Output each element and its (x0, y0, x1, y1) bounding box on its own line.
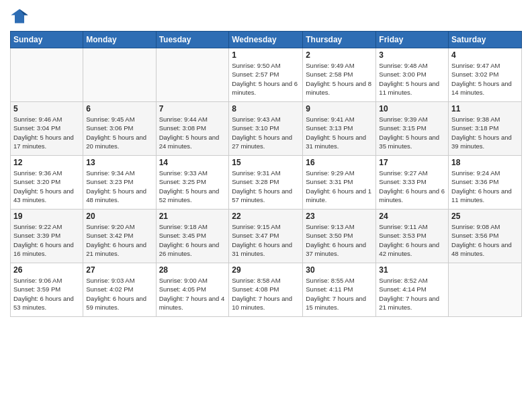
day-number: 29 (232, 265, 300, 275)
day-number: 17 (379, 158, 445, 167)
calendar-day (83, 48, 156, 102)
day-number: 21 (159, 212, 226, 221)
day-number: 8 (232, 104, 300, 113)
day-info: Sunrise: 9:15 AM Sunset: 3:47 PM Dayligh… (232, 222, 300, 258)
calendar-day (449, 263, 522, 317)
calendar-day: 10Sunrise: 9:39 AM Sunset: 3:15 PM Dayli… (376, 102, 449, 156)
day-number: 15 (232, 158, 300, 167)
day-info: Sunrise: 9:33 AM Sunset: 3:25 PM Dayligh… (159, 169, 226, 204)
calendar-day: 12Sunrise: 9:36 AM Sunset: 3:20 PM Dayli… (11, 156, 83, 210)
day-number: 5 (13, 104, 80, 113)
day-info: Sunrise: 9:49 AM Sunset: 2:58 PM Dayligh… (306, 61, 373, 97)
day-number: 16 (306, 158, 373, 167)
day-header-tuesday: Tuesday (156, 32, 229, 48)
calendar-week-3: 12Sunrise: 9:36 AM Sunset: 3:20 PM Dayli… (11, 156, 522, 210)
calendar-day: 30Sunrise: 8:55 AM Sunset: 4:11 PM Dayli… (303, 263, 376, 317)
day-header-wednesday: Wednesday (229, 32, 303, 48)
day-info: Sunrise: 9:44 AM Sunset: 3:08 PM Dayligh… (159, 115, 226, 150)
logo (10, 7, 32, 26)
day-info: Sunrise: 8:58 AM Sunset: 4:08 PM Dayligh… (232, 276, 300, 312)
calendar-day: 16Sunrise: 9:29 AM Sunset: 3:31 PM Dayli… (303, 156, 376, 210)
calendar-day: 22Sunrise: 9:15 AM Sunset: 3:47 PM Dayli… (229, 210, 303, 263)
day-number: 10 (379, 104, 445, 113)
day-info: Sunrise: 9:03 AM Sunset: 4:02 PM Dayligh… (86, 276, 152, 312)
calendar-header-row: SundayMondayTuesdayWednesdayThursdayFrid… (11, 32, 522, 48)
day-info: Sunrise: 9:43 AM Sunset: 3:10 PM Dayligh… (232, 115, 300, 150)
calendar-day (156, 48, 229, 102)
calendar-week-1: 1Sunrise: 9:50 AM Sunset: 2:57 PM Daylig… (11, 48, 522, 102)
day-number: 13 (86, 158, 152, 167)
day-number: 27 (86, 265, 152, 275)
calendar-day: 1Sunrise: 9:50 AM Sunset: 2:57 PM Daylig… (229, 48, 303, 102)
day-header-sunday: Sunday (11, 32, 83, 48)
day-header-thursday: Thursday (303, 32, 376, 48)
calendar-table: SundayMondayTuesdayWednesdayThursdayFrid… (10, 31, 522, 317)
calendar-day: 28Sunrise: 9:00 AM Sunset: 4:05 PM Dayli… (156, 263, 229, 317)
day-number: 2 (306, 50, 373, 60)
calendar-day: 21Sunrise: 9:18 AM Sunset: 3:45 PM Dayli… (156, 210, 229, 263)
day-number: 25 (451, 212, 519, 221)
day-number: 18 (451, 158, 519, 167)
calendar-day: 17Sunrise: 9:27 AM Sunset: 3:33 PM Dayli… (376, 156, 449, 210)
day-number: 14 (159, 158, 226, 167)
day-info: Sunrise: 9:31 AM Sunset: 3:28 PM Dayligh… (232, 169, 300, 204)
day-info: Sunrise: 9:20 AM Sunset: 3:42 PM Dayligh… (86, 222, 152, 258)
logo-icon (10, 7, 29, 26)
calendar-day: 9Sunrise: 9:41 AM Sunset: 3:13 PM Daylig… (303, 102, 376, 156)
day-number: 1 (232, 50, 300, 60)
svg-marker-0 (11, 9, 28, 24)
calendar-day: 24Sunrise: 9:11 AM Sunset: 3:53 PM Dayli… (376, 210, 449, 263)
calendar-week-4: 19Sunrise: 9:22 AM Sunset: 3:39 PM Dayli… (11, 210, 522, 263)
day-number: 24 (379, 212, 445, 221)
calendar-day: 11Sunrise: 9:38 AM Sunset: 3:18 PM Dayli… (449, 102, 522, 156)
day-info: Sunrise: 9:27 AM Sunset: 3:33 PM Dayligh… (379, 169, 445, 204)
day-number: 19 (13, 212, 80, 221)
day-info: Sunrise: 9:08 AM Sunset: 3:56 PM Dayligh… (451, 222, 519, 258)
calendar-week-2: 5Sunrise: 9:46 AM Sunset: 3:04 PM Daylig… (11, 102, 522, 156)
day-info: Sunrise: 9:50 AM Sunset: 2:57 PM Dayligh… (232, 61, 300, 97)
day-number: 6 (86, 104, 152, 113)
day-info: Sunrise: 9:36 AM Sunset: 3:20 PM Dayligh… (13, 169, 80, 204)
calendar-week-5: 26Sunrise: 9:06 AM Sunset: 3:59 PM Dayli… (11, 263, 522, 317)
day-info: Sunrise: 8:55 AM Sunset: 4:11 PM Dayligh… (306, 276, 373, 312)
day-number: 4 (451, 50, 519, 60)
calendar-day: 13Sunrise: 9:34 AM Sunset: 3:23 PM Dayli… (83, 156, 156, 210)
day-info: Sunrise: 9:11 AM Sunset: 3:53 PM Dayligh… (379, 222, 445, 258)
day-number: 3 (379, 50, 445, 60)
day-info: Sunrise: 9:46 AM Sunset: 3:04 PM Dayligh… (13, 115, 80, 150)
day-number: 9 (306, 104, 373, 113)
day-info: Sunrise: 9:38 AM Sunset: 3:18 PM Dayligh… (451, 115, 519, 150)
day-number: 23 (306, 212, 373, 221)
day-info: Sunrise: 9:47 AM Sunset: 3:02 PM Dayligh… (451, 61, 519, 97)
day-number: 28 (159, 265, 226, 275)
calendar-day: 18Sunrise: 9:24 AM Sunset: 3:36 PM Dayli… (449, 156, 522, 210)
calendar-day: 3Sunrise: 9:48 AM Sunset: 3:00 PM Daylig… (376, 48, 449, 102)
calendar-day: 20Sunrise: 9:20 AM Sunset: 3:42 PM Dayli… (83, 210, 156, 263)
day-info: Sunrise: 9:29 AM Sunset: 3:31 PM Dayligh… (306, 169, 373, 204)
day-info: Sunrise: 9:41 AM Sunset: 3:13 PM Dayligh… (306, 115, 373, 150)
calendar-day: 7Sunrise: 9:44 AM Sunset: 3:08 PM Daylig… (156, 102, 229, 156)
day-header-friday: Friday (376, 32, 449, 48)
calendar-day: 4Sunrise: 9:47 AM Sunset: 3:02 PM Daylig… (449, 48, 522, 102)
day-info: Sunrise: 9:18 AM Sunset: 3:45 PM Dayligh… (159, 222, 226, 258)
day-info: Sunrise: 9:39 AM Sunset: 3:15 PM Dayligh… (379, 115, 445, 150)
day-info: Sunrise: 8:52 AM Sunset: 4:14 PM Dayligh… (379, 276, 445, 312)
day-header-saturday: Saturday (449, 32, 522, 48)
calendar-day: 15Sunrise: 9:31 AM Sunset: 3:28 PM Dayli… (229, 156, 303, 210)
calendar-day: 8Sunrise: 9:43 AM Sunset: 3:10 PM Daylig… (229, 102, 303, 156)
calendar-day: 27Sunrise: 9:03 AM Sunset: 4:02 PM Dayli… (83, 263, 156, 317)
day-info: Sunrise: 9:45 AM Sunset: 3:06 PM Dayligh… (86, 115, 152, 150)
day-number: 12 (13, 158, 80, 167)
day-number: 7 (159, 104, 226, 113)
day-number: 26 (13, 265, 80, 275)
calendar-day: 2Sunrise: 9:49 AM Sunset: 2:58 PM Daylig… (303, 48, 376, 102)
calendar-day: 5Sunrise: 9:46 AM Sunset: 3:04 PM Daylig… (11, 102, 83, 156)
header (10, 7, 522, 26)
day-info: Sunrise: 9:34 AM Sunset: 3:23 PM Dayligh… (86, 169, 152, 204)
day-info: Sunrise: 9:00 AM Sunset: 4:05 PM Dayligh… (159, 276, 226, 312)
calendar-day (11, 48, 83, 102)
day-info: Sunrise: 9:13 AM Sunset: 3:50 PM Dayligh… (306, 222, 373, 258)
calendar-day: 26Sunrise: 9:06 AM Sunset: 3:59 PM Dayli… (11, 263, 83, 317)
calendar-day: 19Sunrise: 9:22 AM Sunset: 3:39 PM Dayli… (11, 210, 83, 263)
day-header-monday: Monday (83, 32, 156, 48)
